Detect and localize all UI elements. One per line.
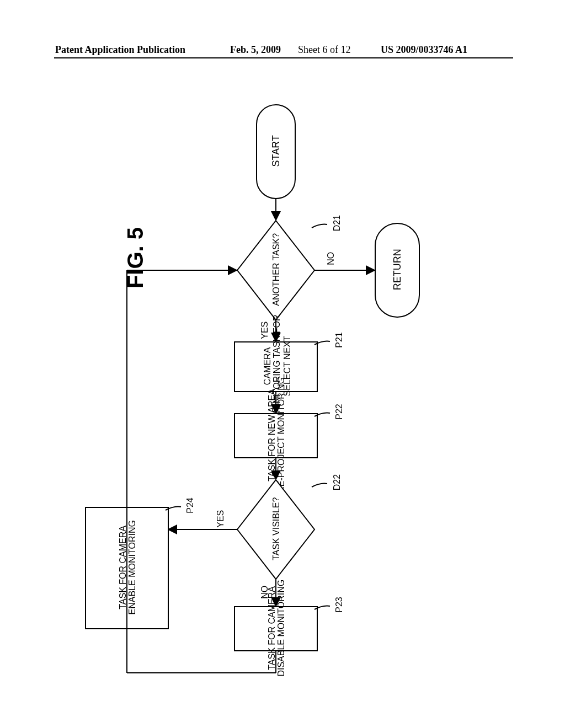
d22-id: D22 [332, 474, 342, 490]
header-rule [54, 57, 513, 58]
d21-id: D21 [332, 215, 342, 231]
d21-no: NO [326, 252, 335, 265]
p23-line2: TASK FOR CAMERA [267, 586, 276, 670]
start-node: START [257, 105, 295, 199]
start-label: START [270, 135, 281, 167]
p21-line3: CAMERA [263, 347, 272, 385]
publication-label: Patent Application Publication [55, 44, 185, 56]
sheet-number: Sheet 6 of 12 [298, 44, 350, 56]
p23-line1: DISABLE MONITORING [276, 580, 286, 677]
p21-id: P21 [334, 332, 344, 348]
return-label: RETURN [392, 249, 403, 290]
publication-number: US 2009/0033746 A1 [381, 44, 467, 56]
d21-leader [312, 224, 327, 228]
return-node: RETURN [375, 223, 419, 317]
p23-id: P23 [334, 597, 344, 613]
p24-line1: ENABLE MONITORING [127, 520, 137, 614]
p22-line2: TASK FOR NEW AREA [267, 389, 276, 481]
flowchart: START ANOTHER TASK? D21 NO RETURN YES SE… [39, 88, 524, 695]
p24-id: P24 [185, 497, 195, 513]
decision-d22: TASK VISIBLE? [237, 480, 315, 579]
d22-text: TASK VISIBLE? [271, 497, 281, 560]
d22-yes: YES [216, 510, 225, 528]
page: Patent Application Publication Feb. 5, 2… [0, 0, 565, 728]
p24-line2: TASK FOR CAMERA [118, 526, 127, 609]
p22-id: P22 [334, 404, 344, 420]
decision-d21: ANOTHER TASK? [237, 221, 315, 320]
d22-leader [312, 484, 327, 487]
p22-line1: RE-PROJECT MONITORING [276, 377, 286, 493]
d21-yes: YES [260, 322, 269, 339]
publication-date: Feb. 5, 2009 [230, 44, 281, 56]
d21-text: ANOTHER TASK? [271, 233, 281, 306]
